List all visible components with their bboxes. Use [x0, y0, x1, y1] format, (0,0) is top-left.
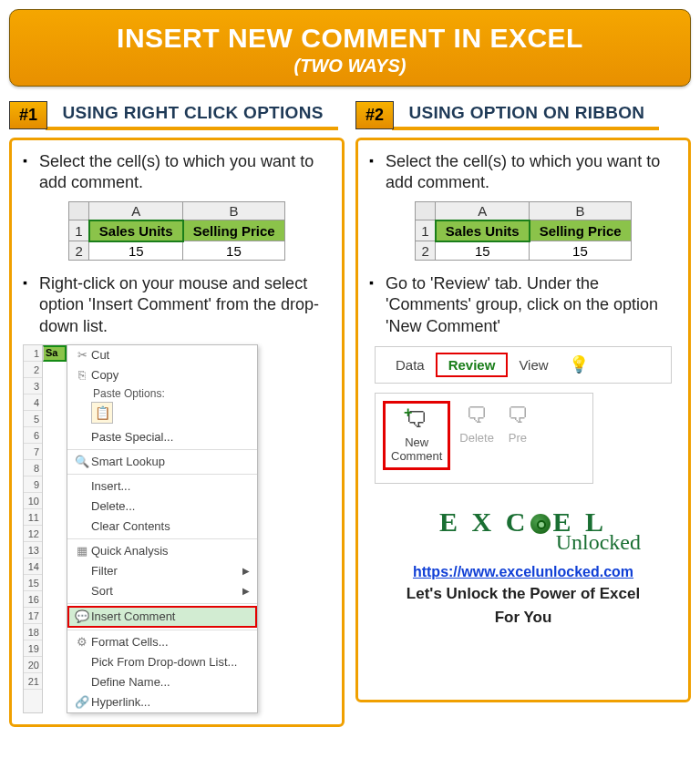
- m1-step1: Select the cell(s) to which you want to …: [23, 151, 331, 194]
- delete-comment-icon: 🗨: [459, 403, 494, 429]
- search-icon: 🔍: [73, 455, 91, 468]
- ctx-insert[interactable]: Insert...: [67, 476, 257, 497]
- ctx-sort[interactable]: Sort▶: [67, 581, 257, 601]
- m1-step2: Right-click on your mouse and select opt…: [23, 273, 331, 337]
- chevron-right-icon: ▶: [242, 566, 250, 576]
- ctx-define-name[interactable]: Define Name...: [67, 672, 257, 692]
- tab-data[interactable]: Data: [385, 354, 436, 375]
- ctx-paste-special[interactable]: Paste Special...: [67, 427, 257, 447]
- ctx-format-cells[interactable]: ⚙Format Cells...: [67, 632, 257, 652]
- row-headers: 123456789101112131415161718192021: [23, 344, 43, 713]
- new-comment-icon: 🗨+: [391, 407, 442, 434]
- analysis-icon: ▦: [73, 544, 91, 558]
- context-menu: ✂Cut ⎘Copy Paste Options: 📋 Paste Specia…: [67, 344, 258, 713]
- ctx-pick-list[interactable]: Pick From Drop-down List...: [67, 652, 257, 672]
- ctx-paste-heading: Paste Options:: [67, 385, 257, 400]
- copy-icon: ⎘: [73, 368, 91, 382]
- header-subtitle: (TWO WAYS): [19, 56, 681, 77]
- website-link[interactable]: https://www.excelunlocked.com: [369, 564, 677, 580]
- ctx-hyperlink[interactable]: 🔗Hyperlink...: [67, 692, 257, 712]
- comment-icon: 💬: [73, 609, 91, 623]
- tab-view[interactable]: View: [508, 354, 559, 375]
- link-icon: 🔗: [73, 695, 91, 709]
- tagline-2: For You: [369, 608, 677, 628]
- header-title: INSERT NEW COMMENT IN EXCEL: [19, 23, 681, 54]
- tagline-1: Let's Unlock the Power of Excel: [369, 584, 677, 604]
- cell-sales-units[interactable]: Sales Units: [436, 220, 530, 241]
- ctx-copy[interactable]: ⎘Copy: [67, 365, 257, 385]
- logo: E X CE L Unlocked: [369, 509, 677, 555]
- m2-sample-table: AB 1Sales UnitsSelling Price 21515: [369, 201, 677, 261]
- method-1: #1 USING RIGHT CLICK OPTIONS Select the …: [7, 92, 346, 732]
- tab-review[interactable]: Review: [436, 353, 509, 377]
- key-icon: [530, 514, 551, 534]
- format-icon: ⚙: [73, 635, 91, 649]
- method-2: #2 USING OPTION ON RIBBON Select the cel…: [354, 92, 693, 732]
- cell-sales-units[interactable]: Sales Units: [89, 220, 183, 241]
- m2-step1: Select the cell(s) to which you want to …: [369, 151, 677, 194]
- badge-2: #2: [355, 101, 394, 129]
- section-title-2: USING OPTION ON RIBBON: [392, 96, 659, 130]
- badge-1: #1: [9, 101, 47, 129]
- chevron-right-icon: ▶: [242, 586, 250, 596]
- page-header: INSERT NEW COMMENT IN EXCEL (TWO WAYS): [9, 9, 691, 87]
- ctx-smart-lookup[interactable]: 🔍Smart Lookup: [67, 452, 257, 472]
- new-comment-button[interactable]: 🗨+ NewComment: [383, 401, 450, 470]
- tell-me-icon[interactable]: 💡: [569, 354, 589, 374]
- ctx-delete[interactable]: Delete...: [67, 497, 257, 517]
- m2-step2: Go to 'Review' tab. Under the 'Comments'…: [369, 273, 677, 337]
- ctx-cut[interactable]: ✂Cut: [67, 345, 257, 365]
- ctx-insert-comment[interactable]: 💬Insert Comment: [67, 606, 257, 628]
- paste-icon[interactable]: 📋: [91, 402, 113, 424]
- cut-icon: ✂: [73, 348, 91, 362]
- delete-comment-button[interactable]: 🗨 Delete: [456, 401, 498, 446]
- prev-comment-icon: 🗨: [507, 403, 529, 429]
- ctx-quick-analysis[interactable]: ▦Quick Analysis: [67, 541, 257, 561]
- ctx-clear[interactable]: Clear Contents: [67, 517, 257, 537]
- comments-group: 🗨+ NewComment 🗨 Delete 🗨 Pre: [375, 393, 593, 484]
- branding: E X CE L Unlocked https://www.excelunloc…: [369, 509, 677, 628]
- selected-cell-fragment: Sa: [43, 345, 67, 362]
- ribbon-tabs: Data Review View 💡: [375, 346, 672, 384]
- context-menu-screenshot: 123456789101112131415161718192021 Sa ✂Cu…: [23, 344, 331, 713]
- ctx-filter[interactable]: Filter▶: [67, 561, 257, 581]
- section-title-1: USING RIGHT CLICK OPTIONS: [46, 96, 337, 130]
- m1-sample-table: AB 1Sales UnitsSelling Price 21515: [23, 201, 331, 261]
- prev-comment-button[interactable]: 🗨 Pre: [503, 401, 532, 446]
